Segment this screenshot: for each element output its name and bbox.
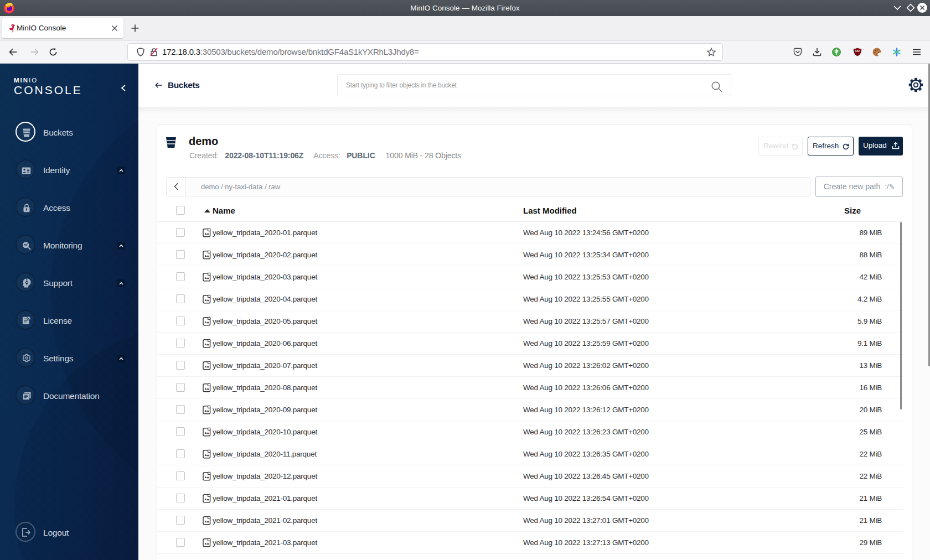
svg-text:UO: UO (855, 49, 860, 53)
